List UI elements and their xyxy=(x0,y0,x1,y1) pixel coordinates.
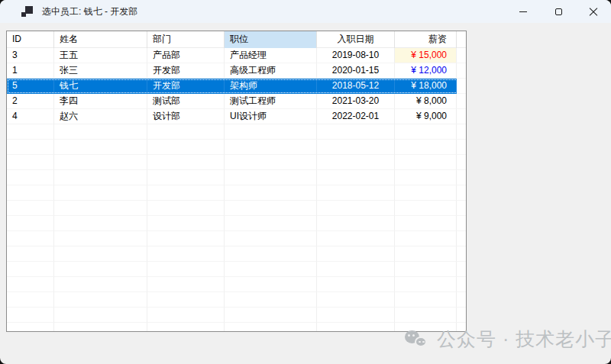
cell-empty xyxy=(147,216,225,231)
cell-empty xyxy=(147,231,225,246)
cell-empty xyxy=(225,201,317,216)
employee-table: ID姓名部门职位入职日期薪资 3王五产品部产品经理2019-08-10¥ 15,… xyxy=(6,31,467,332)
table-row-empty xyxy=(7,124,466,140)
cell-position[interactable]: 产品经理 xyxy=(225,48,317,63)
table-row-empty xyxy=(7,292,466,308)
table-row[interactable]: 3王五产品部产品经理2019-08-10¥ 15,000 xyxy=(7,48,466,63)
cell-dept[interactable]: 设计部 xyxy=(147,109,225,124)
cell-salary[interactable]: ¥ 9,000 xyxy=(395,109,457,124)
cell-empty xyxy=(7,201,54,216)
cell-id[interactable]: 1 xyxy=(7,63,54,79)
cell-empty xyxy=(147,292,225,308)
column-header-id[interactable]: ID xyxy=(7,31,54,48)
cell-salary[interactable]: ¥ 15,000 xyxy=(395,48,457,63)
cell-hire_date[interactable]: 2018-05-12 xyxy=(317,79,395,94)
table-row-empty xyxy=(7,231,466,246)
cell-empty xyxy=(7,140,54,155)
cell-empty xyxy=(54,155,147,170)
cell-empty xyxy=(147,140,225,155)
watermark: 公众号 · 技术老小子 xyxy=(405,327,611,352)
cell-id[interactable]: 5 xyxy=(7,79,54,94)
table-body: 3王五产品部产品经理2019-08-10¥ 15,0001张三开发部高级工程师2… xyxy=(7,48,466,332)
cell-empty xyxy=(317,155,395,170)
cell-empty xyxy=(317,277,395,292)
cell-empty xyxy=(317,185,395,201)
table-row[interactable]: 1张三开发部高级工程师2020-01-15¥ 12,000 xyxy=(7,63,466,79)
app-window: 选中员工: 钱七 - 开发部 ID姓名部门职位入职日期薪资 3王五产品部产品经理… xyxy=(0,0,611,364)
minimize-button[interactable] xyxy=(506,0,541,23)
column-header-salary[interactable]: 薪资 xyxy=(395,31,457,48)
cell-position[interactable]: 高级工程师 xyxy=(225,63,317,79)
cell-empty xyxy=(54,292,147,308)
cell-empty xyxy=(225,155,317,170)
cell-empty xyxy=(225,185,317,201)
cell-empty xyxy=(7,246,54,262)
cell-empty xyxy=(317,262,395,277)
cell-empty xyxy=(147,323,225,332)
table-row-selected[interactable]: 5钱七开发部架构师2018-05-12¥ 18,000 xyxy=(7,79,466,94)
cell-empty xyxy=(395,277,457,292)
window-controls xyxy=(506,0,611,23)
title-bar: 选中员工: 钱七 - 开发部 xyxy=(0,0,611,23)
cell-id[interactable]: 3 xyxy=(7,48,54,63)
cell-empty xyxy=(317,170,395,185)
cell-hire_date[interactable]: 2022-02-01 xyxy=(317,109,395,124)
cell-salary[interactable]: ¥ 12,000 xyxy=(395,63,457,79)
window-title: 选中员工: 钱七 - 开发部 xyxy=(42,5,137,18)
table-row-empty xyxy=(7,262,466,277)
cell-id[interactable]: 2 xyxy=(7,94,54,109)
wechat-chat-bubbles-icon xyxy=(405,329,430,350)
cell-dept[interactable]: 开发部 xyxy=(147,79,225,94)
cell-dept[interactable]: 产品部 xyxy=(147,48,225,63)
cell-empty xyxy=(225,216,317,231)
cell-empty xyxy=(7,292,54,308)
cell-name[interactable]: 钱七 xyxy=(54,79,147,94)
cell-salary[interactable]: ¥ 18,000 xyxy=(395,79,457,94)
cell-salary[interactable]: ¥ 8,000 xyxy=(395,94,457,109)
cell-name[interactable]: 王五 xyxy=(54,48,147,63)
cell-empty xyxy=(395,308,457,323)
table-row[interactable]: 4赵六设计部UI设计师2022-02-01¥ 9,000 xyxy=(7,109,466,124)
cell-empty xyxy=(7,216,54,231)
cell-empty xyxy=(147,170,225,185)
cell-empty xyxy=(147,246,225,262)
cell-empty xyxy=(147,124,225,140)
cell-empty xyxy=(225,124,317,140)
cell-dept[interactable]: 开发部 xyxy=(147,63,225,79)
cell-hire_date[interactable]: 2019-08-10 xyxy=(317,48,395,63)
cell-empty xyxy=(7,124,54,140)
cell-empty xyxy=(54,170,147,185)
watermark-text: 公众号 · 技术老小子 xyxy=(437,327,611,352)
table-row-empty xyxy=(7,170,466,185)
cell-position[interactable]: UI设计师 xyxy=(225,109,317,124)
cell-id[interactable]: 4 xyxy=(7,109,54,124)
cell-empty xyxy=(395,155,457,170)
close-button[interactable] xyxy=(576,0,611,23)
table-header-row: ID姓名部门职位入职日期薪资 xyxy=(7,31,466,48)
table-row[interactable]: 2李四测试部测试工程师2021-03-20¥ 8,000 xyxy=(7,94,466,109)
cell-name[interactable]: 赵六 xyxy=(54,109,147,124)
cell-empty xyxy=(54,262,147,277)
cell-position[interactable]: 测试工程师 xyxy=(225,94,317,109)
cell-empty xyxy=(54,124,147,140)
cell-empty xyxy=(317,308,395,323)
cell-empty xyxy=(225,323,317,332)
cell-empty xyxy=(317,216,395,231)
column-header-dept[interactable]: 部门 xyxy=(147,31,225,48)
column-header-hire_date[interactable]: 入职日期 xyxy=(317,31,395,48)
table-row-empty xyxy=(7,277,466,292)
cell-position[interactable]: 架构师 xyxy=(225,79,317,94)
cell-hire_date[interactable]: 2020-01-15 xyxy=(317,63,395,79)
cell-empty xyxy=(147,155,225,170)
column-header-position[interactable]: 职位 xyxy=(225,31,317,48)
cell-empty xyxy=(225,170,317,185)
cell-dept[interactable]: 测试部 xyxy=(147,94,225,109)
maximize-button[interactable] xyxy=(541,0,576,23)
cell-hire_date[interactable]: 2021-03-20 xyxy=(317,94,395,109)
cell-empty xyxy=(395,216,457,231)
cell-name[interactable]: 张三 xyxy=(54,63,147,79)
cell-empty xyxy=(147,201,225,216)
cell-name[interactable]: 李四 xyxy=(54,94,147,109)
column-header-name[interactable]: 姓名 xyxy=(54,31,147,48)
cell-empty xyxy=(225,140,317,155)
